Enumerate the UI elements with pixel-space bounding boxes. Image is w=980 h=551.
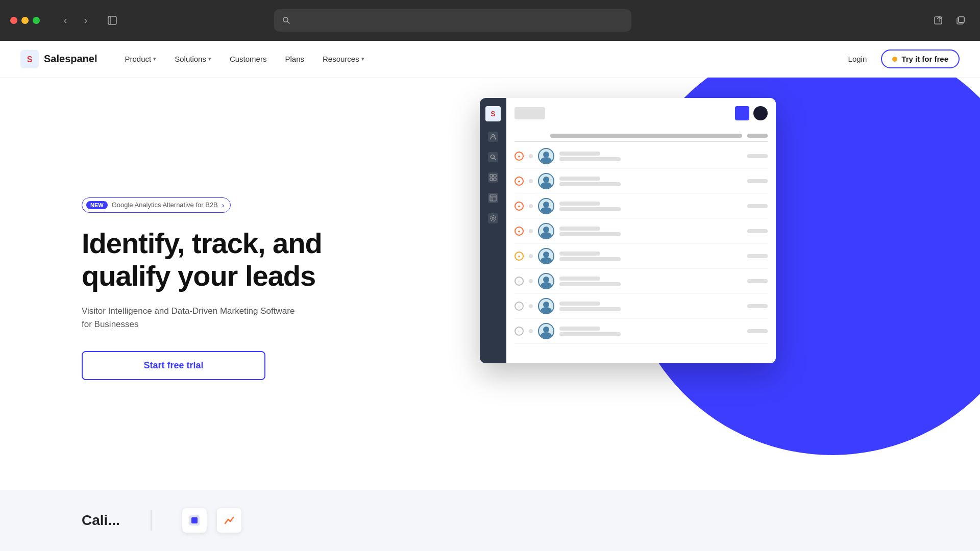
share-button[interactable] xyxy=(929,11,947,30)
address-bar[interactable] xyxy=(274,9,631,32)
mockup-value xyxy=(747,329,768,333)
avatar xyxy=(538,223,554,239)
mockup-header-rect xyxy=(514,107,545,119)
maximize-button[interactable] xyxy=(33,17,40,24)
status-icon: ○ xyxy=(514,277,524,286)
logo-text: Salespanel xyxy=(44,53,97,65)
hero-title: Identify, track, and qualify your leads xyxy=(82,227,449,293)
svg-point-21 xyxy=(492,217,494,219)
hero-left: NEW Google Analytics Alternative for B2B… xyxy=(0,78,490,490)
new-window-button[interactable] xyxy=(951,11,970,30)
mockup-sidebar: S xyxy=(480,98,506,363)
mockup-users-icon xyxy=(488,132,498,142)
mockup-search-icon xyxy=(488,152,498,162)
start-trial-button[interactable]: Start free trial xyxy=(82,351,265,380)
navbar: S Salespanel Product ▾ Solutions ▾ Custo… xyxy=(0,41,980,78)
status-icon: ● xyxy=(514,202,524,211)
nav-item-solutions[interactable]: Solutions ▾ xyxy=(167,51,218,67)
mockup-name-text xyxy=(559,152,742,161)
status-icon: ● xyxy=(514,252,524,261)
svg-rect-14 xyxy=(490,174,493,177)
traffic-lights xyxy=(10,17,40,24)
close-button[interactable] xyxy=(10,17,17,24)
table-row: ● xyxy=(514,219,768,244)
mockup-value xyxy=(747,204,768,208)
svg-rect-0 xyxy=(108,16,116,24)
svg-rect-18 xyxy=(490,195,496,201)
status-icon: ● xyxy=(514,152,524,161)
avatar xyxy=(538,273,554,289)
table-row: ● xyxy=(514,169,768,194)
mockup-header-dark-sq xyxy=(753,106,768,120)
mockup-value xyxy=(747,304,768,308)
mockup-content: ● ● xyxy=(506,98,776,363)
try-btn-dot xyxy=(892,57,897,62)
mockup-name-text xyxy=(559,227,742,236)
mockup-value xyxy=(747,154,768,158)
try-free-button[interactable]: Try it for free xyxy=(881,49,960,68)
mockup-name-text xyxy=(559,302,742,311)
hero-right: S xyxy=(490,78,980,490)
mockup-grid-icon xyxy=(488,172,498,183)
new-tag: NEW xyxy=(86,201,108,209)
svg-line-13 xyxy=(494,158,496,160)
mockup-value xyxy=(747,279,768,283)
mockup-content-header xyxy=(514,106,768,120)
nav-actions: Login Try it for free xyxy=(840,49,960,68)
nav-item-plans[interactable]: Plans xyxy=(278,51,311,67)
status-icon: ● xyxy=(514,177,524,186)
mockup-logo-icon: S xyxy=(485,106,501,121)
browser-chrome: ‹ › xyxy=(0,0,980,41)
bottom-feature-title: Cali... xyxy=(82,512,120,529)
svg-point-12 xyxy=(491,155,495,159)
login-button[interactable]: Login xyxy=(840,51,875,67)
back-button[interactable]: ‹ xyxy=(56,11,75,30)
mockup-header-blue-sq xyxy=(735,106,749,120)
bottom-icon-2 xyxy=(217,508,241,533)
svg-rect-17 xyxy=(494,178,496,181)
svg-line-3 xyxy=(287,21,289,23)
mockup-name-text xyxy=(559,277,742,286)
nav-item-product[interactable]: Product ▾ xyxy=(118,51,164,67)
avatar xyxy=(538,248,554,264)
website: S Salespanel Product ▾ Solutions ▾ Custo… xyxy=(0,41,980,551)
table-row: ● xyxy=(514,144,768,169)
svg-rect-7 xyxy=(959,17,964,22)
nav-item-resources[interactable]: Resources ▾ xyxy=(315,51,372,67)
mockup-name-text xyxy=(559,252,742,261)
bottom-section: Cali... xyxy=(0,490,980,551)
app-mockup: S xyxy=(480,98,776,363)
avatar xyxy=(538,323,554,339)
chevron-down-icon: ▾ xyxy=(153,56,156,62)
minimize-button[interactable] xyxy=(21,17,29,24)
hero-subtitle: Visitor Intelligence and Data-Driven Mar… xyxy=(82,305,296,331)
table-row: ○ xyxy=(514,319,768,344)
mockup-name-text xyxy=(559,202,742,211)
bottom-icon-1 xyxy=(182,508,207,533)
search-icon xyxy=(282,16,290,24)
mockup-name-text xyxy=(559,327,742,336)
table-row: ● xyxy=(514,244,768,269)
avatar xyxy=(538,198,554,214)
svg-point-22 xyxy=(491,216,496,221)
nav-links: Product ▾ Solutions ▾ Customers Plans Re… xyxy=(118,51,840,67)
sidebar-toggle-button[interactable] xyxy=(103,11,121,30)
status-icon: ○ xyxy=(514,302,524,311)
mockup-settings-icon xyxy=(488,213,498,223)
badge-text: Google Analytics Alternative for B2B xyxy=(112,201,218,209)
chevron-down-icon: ▾ xyxy=(361,56,364,62)
logo[interactable]: S Salespanel xyxy=(20,50,97,68)
forward-button[interactable]: › xyxy=(77,11,95,30)
svg-text:S: S xyxy=(27,55,33,64)
mockup-value xyxy=(747,229,768,233)
badge-arrow-icon: › xyxy=(222,201,225,209)
browser-actions xyxy=(929,11,970,30)
hero-section: NEW Google Analytics Alternative for B2B… xyxy=(0,78,980,490)
new-badge[interactable]: NEW Google Analytics Alternative for B2B… xyxy=(82,197,231,213)
table-row: ● xyxy=(514,194,768,219)
nav-item-customers[interactable]: Customers xyxy=(223,51,274,67)
svg-rect-15 xyxy=(494,174,496,177)
logo-icon: S xyxy=(20,50,39,68)
svg-rect-16 xyxy=(490,178,493,181)
mockup-table-icon xyxy=(488,193,498,203)
